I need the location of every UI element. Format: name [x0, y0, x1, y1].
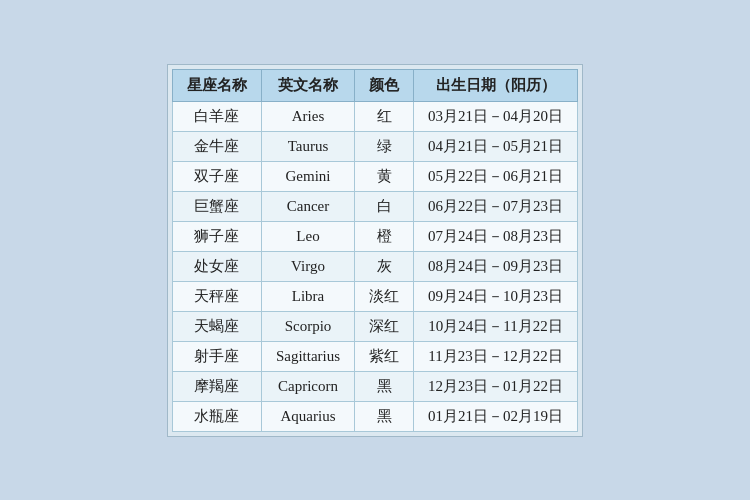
cell-english: Sagittarius [261, 341, 354, 371]
cell-chinese: 处女座 [172, 251, 261, 281]
col-header-dates: 出生日期（阳历） [414, 69, 578, 101]
cell-dates: 09月24日－10月23日 [414, 281, 578, 311]
zodiac-table: 星座名称 英文名称 颜色 出生日期（阳历） 白羊座Aries红03月21日－04… [172, 69, 578, 432]
cell-chinese: 水瓶座 [172, 401, 261, 431]
cell-chinese: 射手座 [172, 341, 261, 371]
cell-color: 橙 [355, 221, 414, 251]
table-row: 天秤座Libra淡红09月24日－10月23日 [172, 281, 577, 311]
cell-dates: 11月23日－12月22日 [414, 341, 578, 371]
cell-chinese: 白羊座 [172, 101, 261, 131]
cell-color: 紫红 [355, 341, 414, 371]
cell-color: 黑 [355, 401, 414, 431]
cell-english: Gemini [261, 161, 354, 191]
cell-english: Libra [261, 281, 354, 311]
table-row: 处女座Virgo灰08月24日－09月23日 [172, 251, 577, 281]
cell-chinese: 金牛座 [172, 131, 261, 161]
table-row: 摩羯座Capricorn黑12月23日－01月22日 [172, 371, 577, 401]
table-row: 天蝎座Scorpio深红10月24日－11月22日 [172, 311, 577, 341]
col-header-chinese: 星座名称 [172, 69, 261, 101]
zodiac-table-container: 星座名称 英文名称 颜色 出生日期（阳历） 白羊座Aries红03月21日－04… [167, 64, 583, 437]
cell-dates: 04月21日－05月21日 [414, 131, 578, 161]
cell-english: Scorpio [261, 311, 354, 341]
table-row: 水瓶座Aquarius黑01月21日－02月19日 [172, 401, 577, 431]
table-row: 双子座Gemini黄05月22日－06月21日 [172, 161, 577, 191]
cell-dates: 01月21日－02月19日 [414, 401, 578, 431]
table-row: 白羊座Aries红03月21日－04月20日 [172, 101, 577, 131]
cell-chinese: 摩羯座 [172, 371, 261, 401]
cell-chinese: 巨蟹座 [172, 191, 261, 221]
table-row: 金牛座Taurus绿04月21日－05月21日 [172, 131, 577, 161]
cell-color: 灰 [355, 251, 414, 281]
cell-dates: 10月24日－11月22日 [414, 311, 578, 341]
cell-color: 白 [355, 191, 414, 221]
cell-chinese: 天秤座 [172, 281, 261, 311]
cell-color: 淡红 [355, 281, 414, 311]
col-header-color: 颜色 [355, 69, 414, 101]
cell-english: Aries [261, 101, 354, 131]
cell-english: Capricorn [261, 371, 354, 401]
cell-english: Aquarius [261, 401, 354, 431]
table-row: 狮子座Leo橙07月24日－08月23日 [172, 221, 577, 251]
cell-dates: 07月24日－08月23日 [414, 221, 578, 251]
cell-color: 绿 [355, 131, 414, 161]
cell-dates: 03月21日－04月20日 [414, 101, 578, 131]
cell-dates: 12月23日－01月22日 [414, 371, 578, 401]
cell-dates: 08月24日－09月23日 [414, 251, 578, 281]
table-header-row: 星座名称 英文名称 颜色 出生日期（阳历） [172, 69, 577, 101]
cell-english: Leo [261, 221, 354, 251]
table-body: 白羊座Aries红03月21日－04月20日金牛座Taurus绿04月21日－0… [172, 101, 577, 431]
cell-color: 黄 [355, 161, 414, 191]
cell-dates: 05月22日－06月21日 [414, 161, 578, 191]
cell-color: 深红 [355, 311, 414, 341]
cell-english: Taurus [261, 131, 354, 161]
cell-english: Virgo [261, 251, 354, 281]
table-row: 巨蟹座Cancer白06月22日－07月23日 [172, 191, 577, 221]
cell-color: 红 [355, 101, 414, 131]
col-header-english: 英文名称 [261, 69, 354, 101]
cell-chinese: 狮子座 [172, 221, 261, 251]
cell-english: Cancer [261, 191, 354, 221]
cell-dates: 06月22日－07月23日 [414, 191, 578, 221]
table-row: 射手座Sagittarius紫红11月23日－12月22日 [172, 341, 577, 371]
cell-chinese: 双子座 [172, 161, 261, 191]
cell-chinese: 天蝎座 [172, 311, 261, 341]
cell-color: 黑 [355, 371, 414, 401]
